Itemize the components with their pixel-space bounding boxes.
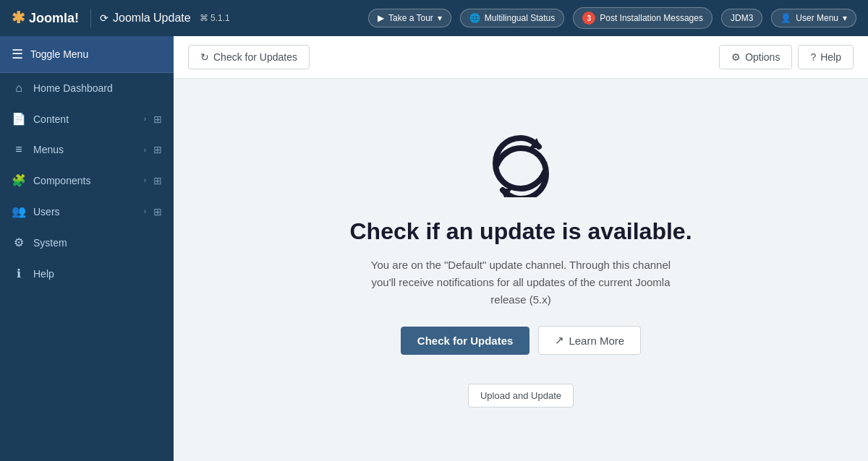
- user-menu-chevron-icon: ▾: [843, 13, 847, 23]
- tour-chevron-icon: ▾: [438, 13, 442, 23]
- update-heading: Check if an update is available.: [349, 218, 692, 245]
- toggle-menu-button[interactable]: ☰ Toggle Menu: [0, 36, 174, 73]
- sidebar-item-label: System: [33, 237, 162, 249]
- learn-more-label: Learn More: [569, 335, 624, 347]
- content-area: ↻ Check for Updates ⚙ Options ? Help: [174, 36, 868, 461]
- help-button[interactable]: ? Help: [798, 45, 854, 69]
- chevron-right-icon: ›: [144, 207, 146, 215]
- sidebar-item-label: Content: [33, 113, 137, 125]
- system-icon: ⚙: [12, 236, 26, 249]
- user-menu-button[interactable]: 👤 User Menu ▾: [771, 9, 856, 27]
- top-header: ✱ Joomla! ⟳ Joomla Update ⌘ 5.1.1 ▶ Take…: [0, 0, 868, 36]
- chevron-right-icon: ›: [144, 146, 146, 154]
- joomla-icon: ✱: [12, 9, 25, 27]
- logo-text: Joomla!: [29, 11, 79, 26]
- multilingual-label: Multilingual Status: [485, 13, 555, 23]
- tour-icon: ▶: [378, 13, 384, 23]
- grid-icon: ⊞: [153, 144, 162, 155]
- check-for-updates-toolbar-button[interactable]: ↻ Check for Updates: [188, 45, 310, 69]
- sidebar-item-menus[interactable]: ≡ Menus › ⊞: [0, 134, 174, 165]
- toolbar: ↻ Check for Updates ⚙ Options ? Help: [174, 36, 868, 79]
- content-icon: 📄: [12, 112, 26, 126]
- sidebar-item-label: Menus: [33, 144, 137, 155]
- upload-section: Upload and Update: [468, 384, 574, 408]
- sidebar-item-label: Home Dashboard: [33, 82, 162, 94]
- sidebar-item-components[interactable]: 🧩 Components › ⊞: [0, 165, 174, 196]
- sidebar-item-label: Components: [33, 175, 137, 186]
- update-card: Check if an update is available. You are…: [349, 132, 692, 408]
- sidebar-item-content[interactable]: 📄 Content › ⊞: [0, 103, 174, 134]
- grid-icon: ⊞: [153, 113, 162, 125]
- update-buttons: Check for Updates ↗ Learn More: [401, 326, 641, 355]
- update-refresh-icon: [485, 132, 557, 207]
- multilingual-status-button[interactable]: 🌐 Multilingual Status: [460, 9, 564, 27]
- help-label: Help: [820, 51, 841, 63]
- upload-update-label: Upload and Update: [480, 390, 561, 401]
- take-a-tour-button[interactable]: ▶ Take a Tour ▾: [368, 9, 451, 27]
- notification-count: 3: [582, 12, 595, 25]
- check-updates-main-label: Check for Updates: [417, 335, 514, 347]
- external-link-icon: ↗: [555, 334, 564, 347]
- sidebar: ☰ Toggle Menu ⌂ Home Dashboard 📄 Content…: [0, 36, 174, 461]
- toggle-menu-label: Toggle Menu: [30, 48, 88, 60]
- grid-icon: ⊞: [153, 175, 162, 186]
- post-install-label: Post Installation Messages: [600, 13, 703, 23]
- post-installation-messages-button[interactable]: 3 Post Installation Messages: [573, 7, 712, 29]
- version-badge: ⌘ 5.1.1: [200, 13, 230, 23]
- components-icon: 🧩: [12, 173, 26, 187]
- users-icon: 👥: [12, 204, 26, 218]
- sidebar-item-label: Help: [33, 268, 162, 280]
- user-id-button[interactable]: JDM3: [721, 9, 762, 27]
- refresh-icon: ↻: [200, 51, 209, 63]
- gear-icon: ⚙: [731, 51, 741, 63]
- chevron-right-icon: ›: [144, 115, 146, 123]
- sidebar-item-help[interactable]: ℹ Help: [0, 258, 174, 289]
- check-updates-toolbar-label: Check for Updates: [213, 51, 297, 63]
- update-description: You are on the "Default" update channel.…: [369, 257, 673, 309]
- check-for-updates-main-button[interactable]: Check for Updates: [401, 327, 530, 355]
- tour-label: Take a Tour: [388, 13, 433, 23]
- sidebar-item-label: Users: [33, 206, 137, 217]
- help-icon: ℹ: [12, 267, 26, 280]
- update-icon: ⟳: [100, 12, 109, 24]
- page-title: ⟳ Joomla Update: [100, 12, 191, 25]
- options-label: Options: [745, 51, 780, 63]
- sidebar-item-home-dashboard[interactable]: ⌂ Home Dashboard: [0, 73, 174, 103]
- learn-more-button[interactable]: ↗ Learn More: [538, 326, 641, 355]
- options-button[interactable]: ⚙ Options: [719, 45, 792, 69]
- hamburger-icon: ☰: [12, 46, 23, 62]
- main-content: Check if an update is available. You are…: [174, 79, 868, 461]
- sidebar-item-users[interactable]: 👥 Users › ⊞: [0, 196, 174, 227]
- grid-icon: ⊞: [153, 206, 162, 217]
- upload-and-update-button[interactable]: Upload and Update: [468, 384, 574, 408]
- menus-icon: ≡: [12, 143, 26, 156]
- sidebar-item-system[interactable]: ⚙ System: [0, 227, 174, 258]
- multilingual-icon: 🌐: [469, 13, 480, 23]
- user-id-text: JDM3: [731, 13, 753, 23]
- chevron-right-icon: ›: [144, 176, 146, 184]
- home-icon: ⌂: [12, 82, 26, 95]
- user-menu-label: User Menu: [796, 13, 838, 23]
- question-icon: ?: [810, 51, 816, 63]
- user-icon: 👤: [780, 13, 791, 23]
- main-layout: ☰ Toggle Menu ⌂ Home Dashboard 📄 Content…: [0, 36, 868, 461]
- joomla-logo: ✱ Joomla!: [12, 9, 91, 27]
